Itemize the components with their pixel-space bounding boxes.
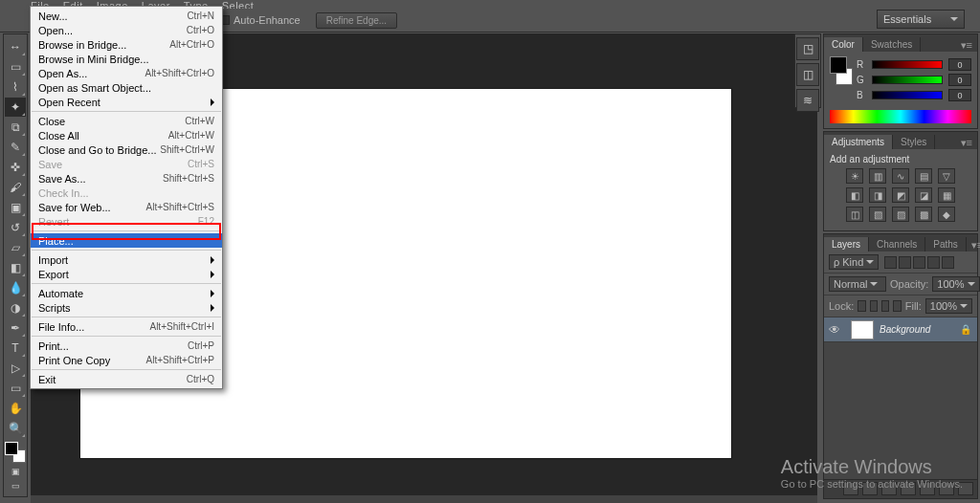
layer-filter-icons[interactable]	[884, 256, 954, 269]
menu-item-browse-in-bridge[interactable]: Browse in Bridge...Alt+Ctrl+O	[31, 37, 222, 52]
adj-poster-icon[interactable]: ▧	[869, 207, 886, 222]
menu-item-print-one-copy[interactable]: Print One CopyAlt+Shift+Ctrl+P	[31, 353, 222, 367]
adj-curves-icon[interactable]: ∿	[892, 168, 909, 184]
color-panel-swatch[interactable]	[830, 56, 853, 85]
menu-item-new[interactable]: New...Ctrl+N	[31, 9, 222, 23]
menu-item-automate[interactable]: Automate	[31, 286, 222, 300]
adj-hue-icon[interactable]: ◧	[846, 187, 863, 203]
dodge-tool[interactable]: ◑	[5, 298, 26, 317]
g-slider[interactable]	[872, 76, 943, 84]
tab-layers[interactable]: Layers	[824, 237, 869, 252]
tab-adjustments[interactable]: Adjustments	[824, 135, 893, 149]
brush-panel-icon[interactable]: ≋	[796, 89, 819, 112]
foreground-color-swatch[interactable]	[5, 442, 18, 455]
healing-tool[interactable]: ✜	[5, 158, 26, 177]
hand-tool[interactable]: ✋	[5, 399, 26, 418]
r-slider[interactable]	[872, 60, 943, 69]
adj-invert-icon[interactable]: ◫	[846, 207, 863, 222]
menu-item-open-as[interactable]: Open As...Alt+Shift+Ctrl+O	[31, 66, 222, 80]
lock-position-icon[interactable]	[881, 300, 889, 312]
layer-filter-kind[interactable]: ρKind	[829, 254, 879, 270]
zoom-tool[interactable]: 🔍	[5, 419, 26, 438]
menu-item-browse-in-mini-bridge[interactable]: Browse in Mini Bridge...	[31, 52, 222, 66]
layer-mask-icon[interactable]	[881, 482, 897, 495]
lock-pixels-icon[interactable]	[870, 300, 878, 312]
lock-all-icon[interactable]	[893, 300, 901, 312]
menu-item-close-all[interactable]: Close AllAlt+Ctrl+W	[31, 128, 222, 142]
properties-panel-icon[interactable]: ◫	[796, 63, 819, 86]
b-slider[interactable]	[872, 91, 943, 99]
lock-transparent-icon[interactable]	[858, 300, 865, 312]
workspace-switcher[interactable]: Essentials	[877, 10, 965, 29]
tab-color[interactable]: Color	[824, 37, 863, 52]
menu-item-place[interactable]: Place...	[31, 233, 222, 248]
menu-item-close[interactable]: CloseCtrl+W	[31, 114, 222, 128]
new-group-icon[interactable]	[920, 482, 935, 495]
menu-item-save-for-web[interactable]: Save for Web...Alt+Shift+Ctrl+S	[31, 200, 222, 214]
visibility-eye-icon[interactable]: 👁	[824, 323, 845, 337]
blend-mode-select[interactable]: Normal	[829, 276, 886, 292]
menu-item-close-and-go-to-bridge[interactable]: Close and Go to Bridge...Shift+Ctrl+W	[31, 142, 222, 157]
eyedropper-tool[interactable]: ✎	[5, 138, 26, 157]
refine-edge-button[interactable]: Refine Edge...	[316, 12, 397, 29]
path-select-tool[interactable]: ▷	[5, 359, 26, 378]
tab-swatches[interactable]: Swatches	[863, 37, 921, 52]
new-layer-icon[interactable]	[939, 482, 954, 495]
link-layers-icon[interactable]	[843, 482, 858, 495]
menu-item-print[interactable]: Print...Ctrl+P	[31, 339, 222, 353]
adj-mixer-icon[interactable]: ◪	[915, 187, 932, 203]
r-value[interactable]: 0	[948, 58, 971, 71]
move-tool[interactable]: ↔	[5, 37, 26, 56]
g-value[interactable]: 0	[948, 74, 971, 86]
auto-enhance-checkbox[interactable]: Auto-Enhance	[220, 14, 301, 26]
adj-thresh-icon[interactable]: ▨	[892, 207, 909, 222]
shape-tool[interactable]: ▭	[5, 379, 26, 398]
crop-tool[interactable]: ⧉	[5, 118, 26, 137]
menu-item-save-as[interactable]: Save As...Shift+Ctrl+S	[31, 171, 222, 186]
opacity-input[interactable]: 100%	[932, 276, 979, 292]
tab-styles[interactable]: Styles	[893, 135, 935, 149]
layer-fx-icon[interactable]	[862, 482, 878, 495]
menu-item-open-as-smart-object[interactable]: Open as Smart Object...	[31, 80, 222, 95]
menu-item-import[interactable]: Import	[31, 252, 222, 267]
type-tool[interactable]: T	[5, 339, 26, 358]
new-adjustment-icon[interactable]	[901, 482, 916, 495]
blur-tool[interactable]: 💧	[5, 278, 26, 297]
tab-channels[interactable]: Channels	[869, 237, 925, 252]
adj-select-icon[interactable]: ◆	[938, 207, 955, 222]
menu-item-scripts[interactable]: Scripts	[31, 300, 222, 315]
quick-select-tool[interactable]: ✦	[5, 98, 26, 117]
color-spectrum[interactable]	[830, 110, 971, 123]
menu-item-exit[interactable]: ExitCtrl+Q	[31, 372, 222, 386]
marquee-tool[interactable]: ▭	[5, 57, 26, 77]
stamp-tool[interactable]: ▣	[5, 198, 26, 217]
adj-levels-icon[interactable]: ▥	[869, 168, 886, 184]
lasso-tool[interactable]: ⌇	[5, 77, 26, 97]
pen-tool[interactable]: ✒	[5, 318, 26, 338]
panel-menu-icon[interactable]: ▾≡	[967, 239, 980, 252]
panel-menu-icon[interactable]: ▾≡	[956, 137, 977, 149]
panel-menu-icon[interactable]: ▾≡	[956, 39, 977, 52]
adj-bw-icon[interactable]: ◨	[869, 187, 886, 203]
menu-item-export[interactable]: Export	[31, 267, 222, 281]
adj-brightness-icon[interactable]: ☀	[846, 168, 863, 184]
history-panel-icon[interactable]: ◳	[796, 37, 819, 60]
menu-item-open[interactable]: Open...Ctrl+O	[31, 23, 222, 37]
foreground-background-swatch[interactable]	[5, 442, 26, 463]
menu-item-file-info[interactable]: File Info...Alt+Shift+Ctrl+I	[31, 319, 222, 334]
layer-name[interactable]: Background	[880, 324, 960, 335]
layer-thumbnail[interactable]	[851, 320, 874, 339]
b-value[interactable]: 0	[948, 89, 971, 101]
brush-tool[interactable]: 🖌	[5, 178, 26, 197]
adj-gradmap-icon[interactable]: ▩	[915, 207, 932, 222]
adj-vibrance-icon[interactable]: ▽	[938, 168, 955, 184]
history-brush-tool[interactable]: ↺	[5, 218, 26, 237]
delete-layer-icon[interactable]	[958, 482, 973, 495]
layer-row[interactable]: 👁 Background 🔒	[824, 317, 977, 342]
quickmask-toggle[interactable]: ▣	[5, 465, 26, 478]
adj-exposure-icon[interactable]: ▤	[915, 168, 932, 184]
screenmode-toggle[interactable]: ▭	[5, 479, 26, 492]
adj-lookup-icon[interactable]: ▦	[938, 187, 955, 203]
adj-photo-icon[interactable]: ◩	[892, 187, 909, 203]
tab-paths[interactable]: Paths	[925, 237, 967, 252]
